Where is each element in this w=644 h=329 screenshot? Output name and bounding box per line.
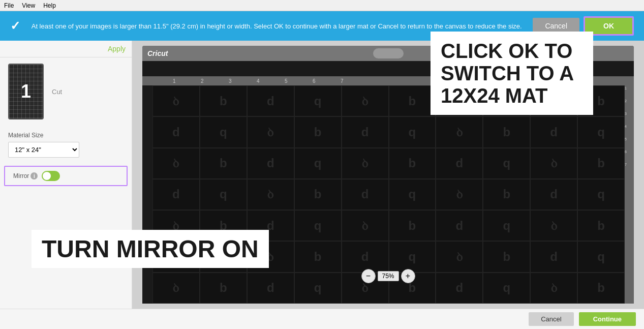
apply-button[interactable]: Apply [108,45,126,53]
list-item: b [200,148,247,179]
list-item: q [483,273,530,304]
list-item: ꝺ [342,148,389,179]
list-item: ꝺ [436,116,483,147]
menu-bar: File View Help [0,0,644,11]
ruler-right-num: 1 [625,86,634,90]
list-item: q [294,210,342,241]
list-item: ꝺ [152,85,200,116]
list-item: q [577,179,625,210]
list-item: ꝺ [342,85,389,116]
ruler-num-5: 5 [285,78,288,84]
list-item: ꝺ [342,210,389,241]
list-item: b [200,85,247,116]
list-item: d [247,85,294,116]
list-item: q [577,241,625,272]
list-item: b [200,273,247,304]
ruler-right-num: 2 [625,99,634,103]
ruler-num-7: 7 [341,78,344,84]
list-item: q [200,179,247,210]
list-item: q [389,116,436,147]
zoom-controls: − 75% + [361,269,415,283]
list-item: ꝺ [152,148,200,179]
mirror-toggle[interactable] [42,171,60,181]
mirror-info-icon[interactable]: i [30,172,38,180]
list-item: b [483,241,530,272]
list-item: d [436,273,483,304]
list-item: ꝺ [436,241,483,272]
list-item: b [294,241,342,272]
list-item: ꝺ [152,273,200,304]
list-item: b [577,273,625,304]
turn-mirror-text: TURN MIRROR ON [42,235,259,262]
list-item: b [577,148,625,179]
continue-button[interactable]: Continue [579,312,636,326]
ruler-num-3: 3 [229,78,232,84]
mat-grid-lines [9,65,43,118]
ruler-right-num: 7 [625,163,634,166]
menu-view[interactable]: View [22,2,35,9]
material-size-section: Material Size 12" x 24" 12" x 12" [0,126,132,164]
list-item: d [342,179,389,210]
list-item: d [152,116,200,147]
list-item: b [294,179,342,210]
list-item: q [294,273,342,304]
list-item: d [342,241,389,272]
list-item: d [152,179,200,210]
zoom-value: 75% [377,271,398,281]
ruler-right-num: 5 [625,137,634,141]
cricut-logo: Cricut [147,49,168,57]
zoom-in-button[interactable]: + [401,269,415,283]
apply-row: Apply [0,41,132,57]
cut-label: Cut [52,88,62,96]
mat-thumbnail: 1 [8,64,44,119]
turn-mirror-annotation: TURN MIRROR ON [32,230,269,268]
mat-handle [373,48,404,58]
toggle-knob [43,172,51,180]
list-item: q [577,116,625,147]
list-item: q [483,148,530,179]
list-item: q [483,210,530,241]
list-item: d [342,116,389,147]
material-size-label: Material Size [8,132,124,139]
list-item: ꝺ [247,116,294,147]
cancel-button[interactable]: Cancel [529,312,573,326]
list-item: d [247,148,294,179]
list-item: b [294,116,342,147]
list-item: b [389,85,436,116]
list-item: ꝺ [436,179,483,210]
check-icon: ✓ [10,19,20,33]
list-item: ꝺ [530,273,577,304]
menu-file[interactable]: File [4,2,14,9]
ruler-right-num: 3 [625,112,634,115]
alert-message: At least one of your images is larger th… [20,22,533,30]
ruler-right-num: 4 [625,125,634,128]
list-item: ꝺ [530,210,577,241]
list-item: q [294,85,342,116]
list-item: d [530,241,577,272]
list-item: q [294,148,342,179]
click-ok-annotation: CLICK OK TO SWITCH TO A 12X24 MAT [431,32,593,115]
ruler-num-2: 2 [201,78,204,84]
menu-help[interactable]: Help [43,2,56,9]
list-item: b [483,179,530,210]
list-item: d [530,179,577,210]
ruler-num-6: 6 [313,78,316,84]
list-item: ꝺ [530,148,577,179]
mat-preview: 1 Cut [0,57,132,126]
list-item: b [389,148,436,179]
list-item: b [483,116,530,147]
mirror-section: Mirror i [4,166,128,186]
ruler-num-1: 1 [173,78,176,84]
zoom-out-button[interactable]: − [361,269,375,283]
ruler-num-4: 4 [257,78,260,84]
size-select[interactable]: 12" x 24" 12" x 12" [8,142,79,158]
list-item: d [247,273,294,304]
list-item: q [389,179,436,210]
bottom-bar: Cancel Continue [0,309,644,329]
list-item: q [200,116,247,147]
list-item: ꝺ [247,179,294,210]
list-item: d [436,210,483,241]
ruler-right-num: 6 [625,150,634,154]
ruler-right: 1 2 3 4 5 6 7 [625,85,634,304]
list-item: b [577,210,625,241]
